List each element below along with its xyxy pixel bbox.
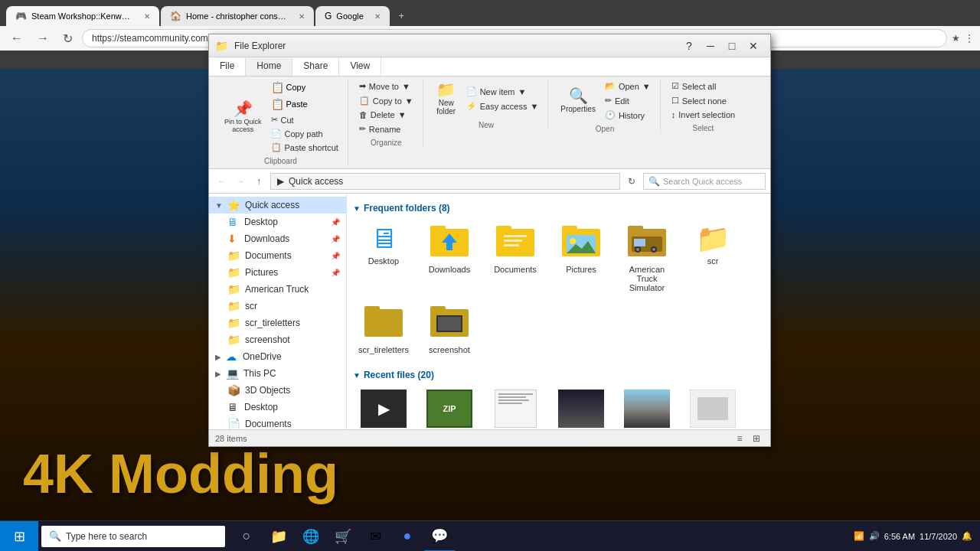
sidebar-item-documents-pinned[interactable]: 📁 Documents 📌 <box>209 247 346 264</box>
help-button[interactable]: ? <box>678 35 700 57</box>
path-arrow: ▶ <box>277 176 284 187</box>
file-ats-video-thumb: ▶ <box>361 390 407 428</box>
sidebar-item-documents-pc[interactable]: 📄 Documents <box>209 416 346 429</box>
frequent-folders-header[interactable]: ▼ Frequent folders (8) <box>353 200 764 217</box>
browser-tab-1[interactable]: 🏠 Home - christopher consultants ✕ <box>161 6 314 26</box>
sidebar-item-3d-objects[interactable]: 📦 3D Objects <box>209 382 346 399</box>
details-view-button[interactable]: ≡ <box>732 431 747 446</box>
open-button[interactable]: 📂 Open ▼ <box>602 80 654 93</box>
folder-downloads[interactable]: Downloads <box>419 220 480 295</box>
title-bar-icons: 📁 <box>215 40 228 52</box>
folder-screenshot[interactable]: screenshot <box>419 300 480 357</box>
folder-desktop[interactable]: 🖥 Desktop <box>353 220 414 295</box>
rename-button[interactable]: ✏ Rename <box>356 122 416 135</box>
tab-close-2[interactable]: ✕ <box>374 12 381 21</box>
close-button[interactable]: ✕ <box>743 35 764 57</box>
invert-selection-button[interactable]: ↕ Invert selection <box>668 109 738 121</box>
tab-close-1[interactable]: ✕ <box>299 12 305 21</box>
folder-documents[interactable]: Documents <box>485 220 546 295</box>
back-button[interactable]: ← <box>6 30 28 47</box>
paste-button[interactable]: 📋 Paste <box>268 96 341 112</box>
copy-button[interactable]: 📋 Copy <box>268 80 341 95</box>
forward-button[interactable]: → <box>32 30 54 47</box>
sidebar-label-scr: scr <box>245 301 257 311</box>
select-none-button[interactable]: ☐ Select none <box>668 94 738 107</box>
svg-rect-4 <box>496 226 511 232</box>
ribbon-tab-file[interactable]: File <box>209 57 246 76</box>
svg-rect-22 <box>364 306 380 312</box>
folder-pictures[interactable]: Pictures <box>550 220 612 295</box>
delete-button[interactable]: 🗑 Delete ▼ <box>356 109 416 121</box>
file-ats-video[interactable]: ▶ American Truck Simulator 2020-11-06 - … <box>353 386 414 429</box>
history-button[interactable]: 🕐 History <box>602 109 654 122</box>
refresh-button[interactable]: ↻ <box>623 173 640 190</box>
sidebar-item-scr[interactable]: 📁 scr <box>209 298 346 315</box>
move-icon: ➡ <box>359 81 366 91</box>
sidebar-item-onedrive[interactable]: ▶ ☁ OneDrive <box>209 348 346 365</box>
new-folder-button[interactable]: 📁 Newfolder <box>431 80 462 118</box>
addr-up-button[interactable]: ↑ <box>250 173 267 190</box>
ribbon-tab-view[interactable]: View <box>339 57 381 76</box>
sidebar-item-desktop-pinned[interactable]: 🖥 Desktop 📌 <box>209 214 346 230</box>
search-box[interactable]: 🔍 Search Quick access <box>643 173 766 190</box>
folder-scr[interactable]: 📁 scr <box>682 220 743 295</box>
sidebar-item-pictures-pinned[interactable]: 📁 Pictures 📌 <box>209 264 346 281</box>
american-truck-icon: 📁 <box>227 283 240 295</box>
organize-label: Organize <box>371 139 402 147</box>
content-pane: ▼ Frequent folders (8) 🖥 Desktop <box>347 194 770 429</box>
easy-access-button[interactable]: ⚡ Easy access ▼ <box>463 99 542 112</box>
sidebar-item-quick-access[interactable]: ▼ ⭐ Quick access <box>209 197 346 214</box>
sidebar-item-scr-tireletters[interactable]: 📁 scr_tireletters <box>209 315 346 331</box>
file-gamelog[interactable]: game.log.txt <box>485 386 546 429</box>
file-shared-screenshot[interactable]: SharedScreenshot.jpg <box>682 386 743 429</box>
bookmark-icon[interactable]: ★ <box>952 33 960 44</box>
reload-button[interactable]: ↻ <box>58 30 77 47</box>
address-path[interactable]: ▶ Quick access <box>270 173 620 190</box>
addr-back-button[interactable]: ← <box>214 173 230 190</box>
browser-tab-0[interactable]: 🎮 Steam Workshop::Kenworth W9... ✕ <box>6 6 159 26</box>
addr-forward-button[interactable]: → <box>232 173 249 190</box>
maximize-button[interactable]: □ <box>721 35 743 57</box>
svg-rect-26 <box>438 317 461 331</box>
folder-ats[interactable]: American Truck Simulator <box>616 220 678 295</box>
tab-label-1: Home - christopher consultants <box>186 11 288 21</box>
paste-label: Paste <box>286 99 308 109</box>
sidebar-item-this-pc[interactable]: ▶ 💻 This PC <box>209 365 346 382</box>
tab-label-2: Google <box>336 11 363 21</box>
settings-icon[interactable]: ⋮ <box>965 33 974 44</box>
select-all-button[interactable]: ☑ Select all <box>668 80 738 93</box>
folder-scr-tireletters-label: scr_tireletters <box>358 345 409 354</box>
cut-button[interactable]: ✂ Cut <box>268 113 341 126</box>
file-ats-img1[interactable]: ats_20201025_204635_00.png <box>550 386 612 429</box>
ribbon-tab-home[interactable]: Home <box>246 57 292 76</box>
copy-to-button[interactable]: 📋 Copy to ▼ <box>356 94 416 107</box>
invert-icon: ↕ <box>671 110 676 119</box>
minimize-button[interactable]: ─ <box>700 35 721 57</box>
large-icons-view-button[interactable]: ⊞ <box>749 431 764 446</box>
pin-quick-access-button[interactable]: 📌 Pin to Quickaccess <box>220 99 266 135</box>
sidebar-item-downloads-pinned[interactable]: ⬇ Downloads 📌 <box>209 230 346 247</box>
browser-tab-2[interactable]: G Google ✕ <box>315 6 390 26</box>
ribbon-tab-share[interactable]: Share <box>292 57 339 76</box>
move-to-button[interactable]: ➡ Move to ▼ <box>356 80 416 93</box>
onedrive-expand: ▶ <box>215 353 221 361</box>
tab-close-0[interactable]: ✕ <box>144 12 150 21</box>
paste-shortcut-button[interactable]: 📋 Paste shortcut <box>268 141 341 154</box>
sidebar-item-american-truck[interactable]: 📁 American Truck <box>209 281 346 298</box>
recent-files-header[interactable]: ▼ Recent files (20) <box>353 367 764 383</box>
file-zip[interactable]: ZIP abasstreppas_Hella_Lamp_Pack.zip <box>419 386 480 429</box>
edit-button[interactable]: ✏ Edit <box>602 94 654 107</box>
file-ats-img2[interactable]: ats_20201015_015922_00.png <box>616 386 678 429</box>
new-item-button[interactable]: 📄 New item ▼ <box>463 85 542 98</box>
sidebar-item-screenshot[interactable]: 📁 screenshot <box>209 331 346 348</box>
copy-path-button[interactable]: 📄 Copy path <box>268 127 341 140</box>
sidebar-item-desktop-pc[interactable]: 🖥 Desktop <box>209 399 346 416</box>
properties-icon: 🔍 <box>569 88 588 103</box>
properties-button[interactable]: 🔍 Properties <box>556 86 600 116</box>
folder-scr-tireletters[interactable]: scr_tireletters <box>353 300 414 357</box>
ribbon-group-clipboard: 📌 Pin to Quickaccess 📋 Copy 📋 Paste <box>214 80 348 165</box>
svg-rect-14 <box>628 226 643 232</box>
files-grid: ▶ American Truck Simulator 2020-11-06 - … <box>353 383 764 429</box>
new-tab-button[interactable]: + <box>391 6 412 26</box>
search-icon: 🔍 <box>648 176 660 187</box>
